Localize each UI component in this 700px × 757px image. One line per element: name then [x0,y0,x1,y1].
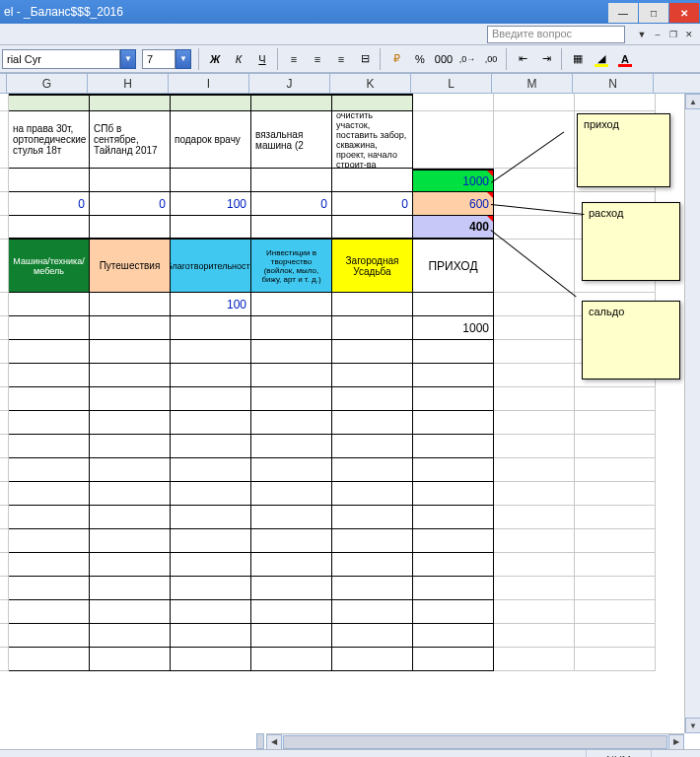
cell[interactable] [251,94,332,111]
cell[interactable] [9,340,90,364]
cell[interactable] [251,600,332,624]
cell[interactable] [90,340,171,364]
cell[interactable] [494,411,575,435]
vertical-scrollbar[interactable]: ▲ ▼ [684,94,700,733]
increase-decimal-button[interactable]: ,0→ [456,48,478,70]
cell[interactable]: 1000 [413,316,494,340]
cell[interactable]: 0 [251,192,332,216]
cell[interactable] [9,506,90,529]
cell[interactable] [0,529,9,553]
header-travel[interactable]: Путешествия [90,240,171,293]
cell[interactable] [0,577,9,600]
cell[interactable] [251,387,332,411]
cell[interactable] [413,624,494,648]
cell[interactable]: подарок врачу [171,111,251,169]
cell[interactable] [332,387,413,411]
cell[interactable] [575,411,656,435]
col-l[interactable]: L [411,74,492,93]
cell[interactable] [251,293,332,316]
cell[interactable] [251,435,332,458]
dropdown-icon[interactable]: ▼ [635,28,649,41]
cell[interactable] [494,600,575,624]
cell[interactable] [494,624,575,648]
minimize-button[interactable]: — [608,3,638,23]
font-size-dropdown-icon[interactable]: ▼ [175,49,191,69]
cell[interactable] [9,458,90,482]
tab-splitter[interactable] [256,733,264,749]
col-k[interactable]: K [330,74,411,93]
cell[interactable] [575,482,656,506]
cell[interactable] [413,111,494,169]
cell[interactable] [251,340,332,364]
maximize-button[interactable]: □ [639,3,668,23]
cell[interactable] [0,411,9,435]
cell[interactable] [0,506,9,529]
cell[interactable] [251,624,332,648]
cell[interactable] [0,458,9,482]
cell[interactable] [9,648,90,671]
cell[interactable]: СПб в сентябре, Тайланд 2017 [90,111,171,169]
cell[interactable] [171,648,251,671]
cell[interactable]: 0 [90,192,171,216]
cell[interactable] [494,577,575,600]
cell[interactable] [90,600,171,624]
scroll-left-icon[interactable]: ◀ [266,734,282,750]
cell[interactable] [413,387,494,411]
cell[interactable] [0,316,9,340]
cell[interactable] [0,169,9,192]
cell[interactable] [171,216,251,240]
cell[interactable] [90,482,171,506]
cell[interactable] [171,435,251,458]
cell[interactable] [413,94,494,111]
cell[interactable] [251,364,332,387]
comment-balance[interactable]: сальдо [582,301,680,379]
cell[interactable] [90,648,171,671]
cell[interactable] [494,648,575,671]
italic-button[interactable]: К [228,48,249,70]
cell[interactable] [9,169,90,192]
cell[interactable] [171,387,251,411]
cell[interactable] [9,600,90,624]
cell[interactable] [0,648,9,671]
cell[interactable]: 0 [332,192,413,216]
cell[interactable] [575,458,656,482]
cell[interactable] [9,529,90,553]
cell[interactable] [413,482,494,506]
align-right-button[interactable]: ≡ [330,48,352,70]
comma-button[interactable]: 000 [433,48,455,70]
cell[interactable] [90,94,171,111]
cell[interactable] [0,600,9,624]
header-charity[interactable]: Благотворительность [171,240,251,293]
scroll-thumb[interactable] [283,735,667,749]
cell[interactable] [9,293,90,316]
cell[interactable] [332,316,413,340]
cell[interactable] [90,458,171,482]
borders-button[interactable]: ▦ [567,48,589,70]
scroll-right-icon[interactable]: ▶ [668,734,684,750]
cell[interactable] [494,553,575,577]
cell[interactable] [332,411,413,435]
cell[interactable] [0,435,9,458]
cell[interactable] [0,216,9,240]
doc-minimize-button[interactable]: – [651,28,665,41]
cell[interactable] [494,435,575,458]
merge-center-button[interactable]: ⊟ [354,48,376,70]
cell[interactable] [575,506,656,529]
cell-balance[interactable]: 400 [413,216,494,240]
cell[interactable] [413,458,494,482]
cell[interactable] [413,529,494,553]
spreadsheet-area[interactable]: G H I J K L M N на права 30т, ортопедиче… [0,73,700,749]
cell[interactable] [332,340,413,364]
col-n[interactable]: N [573,74,654,93]
col-i[interactable]: I [169,74,249,93]
cell-income[interactable]: 1000 [413,169,494,192]
rowhead-stub[interactable] [0,74,7,93]
cell[interactable] [171,577,251,600]
cell[interactable] [413,293,494,316]
cell[interactable] [0,111,9,169]
cell[interactable] [413,435,494,458]
align-center-button[interactable]: ≡ [307,48,328,70]
cell[interactable] [494,529,575,553]
cell[interactable] [90,411,171,435]
cell[interactable] [9,482,90,506]
